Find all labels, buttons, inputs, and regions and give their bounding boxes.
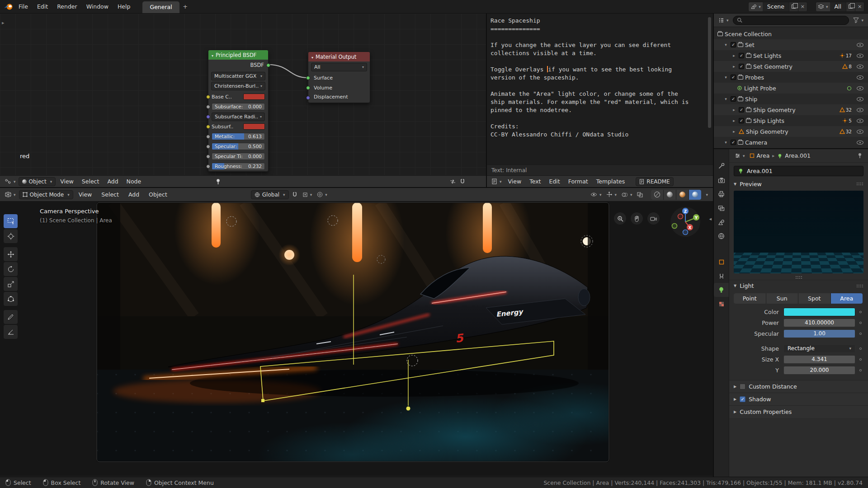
navigation-gizmo[interactable]: Z Y X bbox=[670, 206, 701, 238]
light-type-spot[interactable]: Spot bbox=[798, 293, 830, 304]
menu-view[interactable]: View bbox=[75, 188, 96, 201]
expand-arrow-icon[interactable] bbox=[731, 129, 737, 134]
specular-tint-socket[interactable] bbox=[206, 155, 210, 159]
size-y-field[interactable]: 20.000 bbox=[783, 366, 855, 375]
principled-bsdf-node[interactable]: Principled BSDF BSDF Multiscatter GGX Ch… bbox=[208, 50, 269, 172]
outliner-row-ship-lights[interactable]: Ship Lights5 bbox=[714, 115, 868, 126]
pin-nodetree-button[interactable] bbox=[213, 177, 223, 186]
shadow-panel[interactable]: Shadow bbox=[729, 393, 868, 405]
outliner-row-set-lights[interactable]: Set Lights17 bbox=[714, 50, 868, 61]
collapse-node-icon[interactable] bbox=[311, 54, 313, 60]
tool-transform[interactable] bbox=[4, 292, 18, 306]
subsurface-color-swatch[interactable] bbox=[243, 123, 265, 130]
outliner-row-ship-geometry[interactable]: Ship Geometry32 bbox=[714, 104, 868, 115]
editor-type-button[interactable] bbox=[3, 190, 18, 199]
snap-magnet-icon[interactable] bbox=[460, 179, 465, 184]
collection-checkbox[interactable] bbox=[739, 118, 744, 123]
outliner-row-set[interactable]: Set bbox=[714, 39, 868, 50]
light-panel-header[interactable]: Light bbox=[729, 280, 868, 291]
custom-distance-panel[interactable]: Custom Distance bbox=[729, 380, 868, 393]
subsurface-radius-socket[interactable] bbox=[206, 115, 210, 119]
menu-help[interactable]: Help bbox=[113, 0, 135, 13]
collapse-node-icon[interactable] bbox=[212, 52, 213, 58]
keyframe-dot[interactable] bbox=[859, 347, 862, 350]
menu-format[interactable]: Format bbox=[565, 176, 592, 187]
outliner-row-camera[interactable]: Camera bbox=[714, 137, 868, 148]
displacement-socket[interactable] bbox=[306, 96, 310, 100]
collection-checkbox[interactable] bbox=[739, 64, 744, 69]
outliner-row-ship-geometry-object[interactable]: Ship Geometry32 bbox=[714, 126, 868, 137]
principled-node-header[interactable]: Principled BSDF bbox=[208, 50, 268, 60]
expand-arrow-icon[interactable] bbox=[731, 108, 737, 112]
outliner-row-set-geometry[interactable]: Set Geometry8 bbox=[714, 61, 868, 72]
menu-object[interactable]: Object bbox=[145, 188, 171, 201]
tool-select-box[interactable] bbox=[4, 214, 18, 228]
menu-templates[interactable]: Templates bbox=[593, 176, 629, 187]
specular-slider[interactable]: Specular:0.500 bbox=[212, 143, 265, 150]
menu-text[interactable]: Text bbox=[526, 176, 544, 187]
collection-checkbox[interactable] bbox=[739, 53, 744, 58]
shading-wireframe-button[interactable] bbox=[651, 190, 663, 200]
remove-view-layer-button[interactable]: × bbox=[855, 2, 864, 11]
shading-options-dropdown[interactable] bbox=[703, 190, 710, 199]
tab-object-data[interactable] bbox=[714, 283, 729, 297]
view-layer-name[interactable]: All bbox=[830, 2, 846, 11]
tool-scale[interactable] bbox=[4, 277, 18, 291]
subsurface-radius-field[interactable]: Subsurface Radi.. bbox=[212, 113, 265, 121]
distribution-select[interactable]: Multiscatter GGX bbox=[211, 72, 265, 80]
keyframe-dot[interactable] bbox=[859, 311, 862, 313]
sidebar-toggle-icon[interactable] bbox=[709, 216, 712, 222]
menu-edit[interactable]: Edit bbox=[545, 176, 563, 187]
subsurface-socket[interactable] bbox=[206, 105, 210, 109]
power-field[interactable]: 410.00000 bbox=[783, 319, 855, 327]
visibility-eye-icon[interactable] bbox=[857, 65, 863, 69]
outliner-row-ship[interactable]: Ship bbox=[714, 94, 868, 104]
material-output-node[interactable]: Material Output All Surface Volume Displ… bbox=[308, 52, 370, 103]
shading-material-button[interactable] bbox=[676, 190, 689, 200]
collection-checkbox[interactable] bbox=[731, 42, 736, 47]
expand-arrow-icon[interactable] bbox=[731, 53, 737, 58]
parent-arrows-icon[interactable] bbox=[449, 179, 456, 184]
bsdf-output-socket[interactable] bbox=[266, 63, 270, 67]
collection-checkbox[interactable] bbox=[731, 75, 736, 80]
camera-view-button[interactable] bbox=[647, 212, 660, 225]
region-expand-icon[interactable] bbox=[2, 20, 5, 26]
menu-select[interactable]: Select bbox=[78, 176, 103, 187]
expand-arrow-icon[interactable] bbox=[723, 140, 729, 145]
volume-socket[interactable] bbox=[306, 86, 310, 90]
tab-constraints[interactable] bbox=[714, 269, 729, 283]
menu-node[interactable]: Node bbox=[123, 176, 145, 187]
add-workspace-button[interactable]: + bbox=[180, 0, 190, 13]
breadcrumb-object[interactable]: Area bbox=[750, 152, 770, 159]
visibility-eye-icon[interactable] bbox=[857, 54, 863, 58]
roughness-socket[interactable] bbox=[206, 164, 210, 169]
keyframe-dot[interactable] bbox=[859, 322, 862, 324]
expand-arrow-icon[interactable] bbox=[723, 42, 729, 47]
pan-button[interactable] bbox=[631, 212, 643, 225]
gizmo-dropdown[interactable] bbox=[604, 190, 618, 199]
subsurface-slider[interactable]: Subsurface:0.000 bbox=[212, 103, 265, 110]
expand-arrow-icon[interactable] bbox=[731, 64, 737, 69]
visibility-eye-icon[interactable] bbox=[857, 141, 863, 145]
light-type-area[interactable]: Area bbox=[831, 293, 863, 304]
pin-id-button[interactable] bbox=[855, 151, 864, 160]
new-scene-button[interactable] bbox=[789, 2, 798, 11]
zoom-button[interactable] bbox=[614, 212, 626, 225]
output-target-select[interactable]: All bbox=[311, 63, 367, 71]
subsurface-method-select[interactable]: Christensen-Burl.. bbox=[211, 82, 265, 90]
preview-panel-header[interactable]: Preview bbox=[729, 178, 868, 190]
transform-orientation-select[interactable]: Global bbox=[251, 190, 289, 199]
collection-checkbox[interactable] bbox=[739, 107, 744, 113]
expand-arrow-icon[interactable] bbox=[731, 118, 737, 123]
tab-scene[interactable] bbox=[714, 215, 729, 229]
snap-settings-dropdown[interactable] bbox=[301, 190, 314, 199]
custom-distance-checkbox[interactable] bbox=[740, 384, 745, 389]
visibility-eye-icon[interactable] bbox=[857, 119, 863, 123]
tab-object[interactable] bbox=[714, 255, 729, 269]
proportional-edit-dropdown[interactable] bbox=[315, 190, 329, 199]
shader-type-select[interactable]: Object bbox=[19, 177, 56, 186]
keyframe-dot[interactable] bbox=[859, 333, 862, 335]
tool-cursor[interactable] bbox=[4, 229, 18, 243]
collection-checkbox[interactable] bbox=[731, 96, 736, 102]
viewport-canvas[interactable]: Energy 5 bbox=[0, 202, 713, 476]
